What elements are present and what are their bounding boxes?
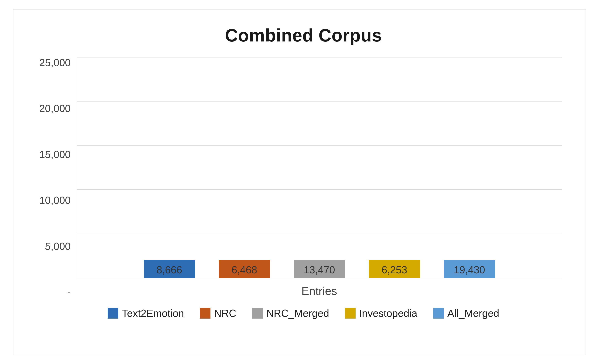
bar-group-text2emotion: 8,666 bbox=[144, 260, 195, 278]
bar-value-all_merged: 19,430 bbox=[454, 264, 485, 276]
bar-group-investopedia: 6,253 bbox=[369, 260, 420, 278]
y-axis-label: 20,000 bbox=[39, 103, 71, 114]
legend-swatch-nrc_merged bbox=[252, 308, 263, 319]
legend-item-investopedia: Investopedia bbox=[345, 307, 417, 319]
legend-label-text2emotion: Text2Emotion bbox=[122, 307, 184, 319]
y-axis-label: 10,000 bbox=[39, 195, 71, 205]
bars-row: 8,6666,46813,4706,25319,430 bbox=[77, 57, 562, 278]
legend: Text2EmotionNRCNRC_MergedInvestopediaAll… bbox=[45, 307, 562, 319]
bar-value-text2emotion: 8,666 bbox=[156, 264, 182, 276]
legend-label-investopedia: Investopedia bbox=[359, 307, 417, 319]
bar-value-nrc_merged: 13,470 bbox=[304, 264, 335, 276]
x-axis-label: Entries bbox=[77, 284, 562, 297]
y-axis-label: - bbox=[67, 287, 71, 297]
legend-item-text2emotion: Text2Emotion bbox=[108, 307, 184, 319]
chart-container: Combined Corpus 25,00020,00015,00010,000… bbox=[13, 9, 586, 355]
y-axis: 25,00020,00015,00010,0005,000- bbox=[45, 57, 77, 297]
legend-item-nrc: NRC bbox=[200, 307, 236, 319]
legend-swatch-investopedia bbox=[345, 308, 356, 319]
legend-swatch-nrc bbox=[200, 308, 211, 319]
bar-text2emotion: 8,666 bbox=[144, 260, 195, 278]
bar-group-nrc: 6,468 bbox=[219, 260, 270, 278]
legend-label-nrc: NRC bbox=[214, 307, 236, 319]
y-axis-label: 15,000 bbox=[39, 149, 71, 160]
bar-nrc_merged: 13,470 bbox=[294, 260, 345, 278]
legend-swatch-text2emotion bbox=[108, 308, 118, 319]
legend-label-nrc_merged: NRC_Merged bbox=[266, 307, 329, 319]
bar-value-investopedia: 6,253 bbox=[381, 264, 407, 276]
bar-all_merged: 19,430 bbox=[444, 260, 495, 278]
legend-item-all_merged: All_Merged bbox=[433, 307, 499, 319]
bar-group-nrc_merged: 13,470 bbox=[294, 260, 345, 278]
y-axis-label: 5,000 bbox=[45, 241, 71, 251]
chart-area: 25,00020,00015,00010,0005,000- 8,6666,46… bbox=[45, 57, 562, 297]
bar-group-all_merged: 19,430 bbox=[444, 260, 495, 278]
y-axis-label: 25,000 bbox=[39, 57, 71, 68]
bar-nrc: 6,468 bbox=[219, 260, 270, 278]
chart-title: Combined Corpus bbox=[45, 25, 562, 46]
legend-item-nrc_merged: NRC_Merged bbox=[252, 307, 329, 319]
bar-value-nrc: 6,468 bbox=[231, 264, 257, 276]
bar-investopedia: 6,253 bbox=[369, 260, 420, 278]
legend-swatch-all_merged bbox=[433, 308, 444, 319]
grid-and-bars: 8,6666,46813,4706,25319,430 bbox=[77, 57, 562, 278]
legend-label-all_merged: All_Merged bbox=[447, 307, 499, 319]
plot-area: 8,6666,46813,4706,25319,430 Entries bbox=[77, 57, 562, 297]
